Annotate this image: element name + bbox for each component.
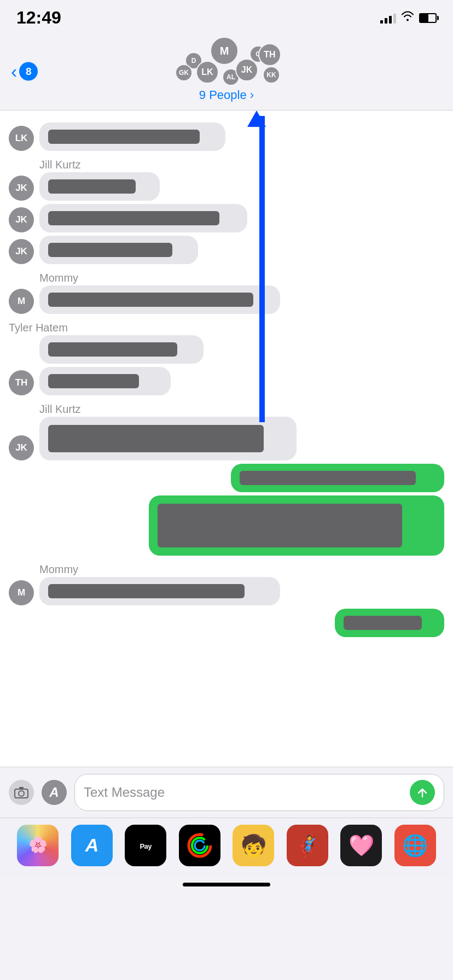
avatar-jk: JK bbox=[9, 176, 34, 201]
message-bubble bbox=[39, 236, 198, 264]
avatar-lk: LK bbox=[9, 126, 34, 151]
message-bubble bbox=[39, 335, 204, 364]
status-icons bbox=[380, 11, 437, 25]
dock-applepay[interactable]: Pay bbox=[125, 825, 166, 866]
battery-icon bbox=[419, 13, 437, 23]
sender-label: Jill Kurtz bbox=[0, 154, 453, 172]
message-bubble bbox=[39, 172, 160, 201]
message-row: TH bbox=[0, 367, 453, 395]
scroll-arrow-head bbox=[247, 110, 266, 127]
people-chevron: › bbox=[250, 88, 254, 102]
send-button[interactable] bbox=[410, 780, 435, 805]
avatar-th-header: TH bbox=[258, 43, 281, 66]
outgoing-bubble bbox=[231, 464, 444, 492]
message-row bbox=[0, 335, 453, 364]
text-message-input[interactable]: Text Message bbox=[74, 774, 444, 811]
svg-point-8 bbox=[195, 841, 205, 850]
message-row: LK bbox=[0, 122, 453, 151]
outgoing-bubble-small bbox=[335, 609, 444, 637]
avatar-cluster: D M G GK LK AL JK TH KK bbox=[11, 37, 442, 86]
sender-label-jk2: Jill Kurtz bbox=[0, 399, 453, 417]
message-row: JK bbox=[0, 417, 453, 460]
avatar-jk3: JK bbox=[9, 239, 34, 264]
status-time: 12:49 bbox=[16, 8, 61, 28]
appstore-button[interactable]: A bbox=[42, 780, 67, 805]
avatar-lk-header: LK bbox=[196, 61, 219, 84]
message-bubble bbox=[39, 122, 225, 151]
dock-appstore[interactable]: A bbox=[71, 825, 113, 866]
svg-text:🌸: 🌸 bbox=[28, 836, 48, 854]
svg-text:A: A bbox=[84, 835, 98, 855]
text-placeholder[interactable]: Text Message bbox=[84, 785, 404, 800]
avatar-th: TH bbox=[9, 370, 34, 395]
dock-heart[interactable]: 🩷 bbox=[340, 825, 382, 866]
avatar-m: M bbox=[9, 289, 34, 314]
message-bubble bbox=[39, 417, 297, 460]
sender-label-mommy2: Mommy bbox=[0, 559, 453, 577]
home-indicator bbox=[0, 877, 453, 895]
message-bubble bbox=[39, 577, 280, 605]
message-bubble bbox=[39, 285, 280, 314]
dock-photos[interactable]: 🌸 bbox=[17, 825, 59, 866]
app-dock: 🌸 A Pay 🧒 🦸 🩷 🌐 bbox=[0, 818, 453, 877]
dock-globe[interactable]: 🌐 bbox=[394, 825, 436, 866]
avatar-gk: GK bbox=[175, 64, 193, 81]
message-row bbox=[0, 609, 453, 637]
camera-button[interactable] bbox=[9, 780, 34, 805]
avatar-m2: M bbox=[9, 580, 34, 605]
message-row: M bbox=[0, 577, 453, 605]
sender-label-mommy: Mommy bbox=[0, 267, 453, 285]
message-row: JK bbox=[0, 172, 453, 201]
dock-heroes[interactable]: 🦸 bbox=[287, 825, 328, 866]
message-row: M bbox=[0, 285, 453, 314]
wifi-icon bbox=[400, 11, 415, 25]
scroll-arrow bbox=[259, 116, 265, 422]
home-bar bbox=[183, 883, 270, 886]
message-row: JK bbox=[0, 204, 453, 232]
message-bubble bbox=[39, 204, 247, 232]
message-toolbar: A Text Message bbox=[0, 767, 453, 818]
conversation-header: ‹ 8 D M G GK LK AL JK TH KK 9 People › bbox=[0, 32, 453, 110]
message-row: JK bbox=[0, 236, 453, 264]
people-count[interactable]: 9 People › bbox=[11, 88, 442, 102]
svg-point-1 bbox=[19, 791, 24, 796]
sender-label-tyler: Tyler Hatem bbox=[0, 317, 453, 335]
outgoing-bubble-tall bbox=[149, 495, 444, 556]
svg-rect-2 bbox=[19, 787, 24, 789]
avatar-jk-header: JK bbox=[235, 59, 258, 81]
avatar-jk4: JK bbox=[9, 435, 34, 460]
avatar-kk: KK bbox=[263, 66, 280, 84]
dock-memoji[interactable]: 🧒 bbox=[233, 825, 274, 866]
messages-area: LK Jill Kurtz JK JK JK Mommy M Tyler Hat… bbox=[0, 110, 453, 767]
message-row bbox=[0, 464, 453, 492]
message-row bbox=[0, 495, 453, 556]
avatar-jk2: JK bbox=[9, 207, 34, 232]
avatar-m-main: M bbox=[210, 37, 239, 65]
status-bar: 12:49 bbox=[0, 0, 453, 32]
message-bubble bbox=[39, 367, 171, 395]
signal-icon bbox=[380, 13, 396, 24]
dock-activity[interactable] bbox=[179, 825, 220, 866]
